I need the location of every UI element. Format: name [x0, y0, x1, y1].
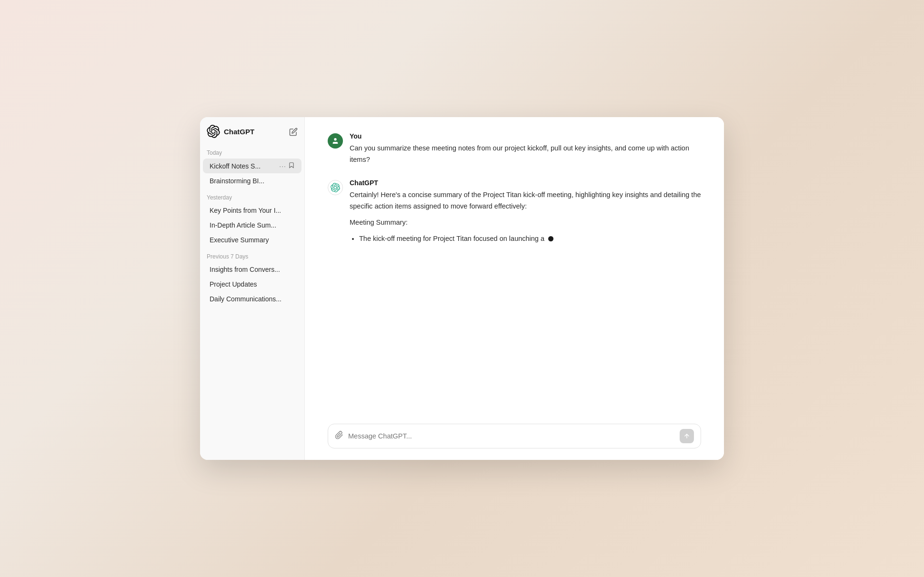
new-chat-button[interactable] — [288, 127, 298, 136]
sidebar-app-title: ChatGPT — [224, 128, 254, 136]
sidebar-section-today: Today Kickoff Notes S... ··· Brainstormi… — [200, 146, 304, 189]
bot-avatar — [328, 180, 343, 195]
attach-icon[interactable] — [335, 431, 343, 441]
bot-message-text: Certainly! Here's a concise summary of t… — [350, 189, 701, 245]
user-message-content: You Can you summarize these meeting note… — [350, 132, 701, 166]
sidebar-item-executive-label: Executive Summary — [210, 236, 295, 244]
sidebar: ChatGPT Today Kickoff Notes S... ··· — [200, 117, 305, 460]
sidebar-item-indepth-label: In-Depth Article Sum... — [210, 221, 295, 229]
user-avatar-icon — [331, 137, 339, 145]
sidebar-item-daily[interactable]: Daily Communications... — [203, 292, 301, 306]
sidebar-item-brainstorming[interactable]: Brainstorming BI... — [203, 174, 301, 188]
sidebar-section-yesterday: Yesterday Key Points from Your I... In-D… — [200, 190, 304, 248]
sidebar-item-insights-label: Insights from Convers... — [210, 266, 295, 273]
bullet-item: The kick-off meeting for Project Titan f… — [359, 233, 701, 245]
bot-name: ChatGPT — [350, 179, 701, 187]
message-input[interactable] — [348, 432, 675, 440]
loading-dot — [548, 236, 553, 241]
sidebar-item-insights[interactable]: Insights from Convers... — [203, 262, 301, 277]
edit-icon — [289, 128, 298, 136]
chat-area: You Can you summarize these meeting note… — [305, 117, 724, 418]
sidebar-item-keypoints[interactable]: Key Points from Your I... — [203, 203, 301, 218]
bot-message-content: ChatGPT Certainly! Here's a concise summ… — [350, 179, 701, 247]
chatgpt-logo-icon — [207, 125, 220, 138]
ellipsis-icon[interactable]: ··· — [279, 162, 286, 170]
sidebar-item-project[interactable]: Project Updates — [203, 277, 301, 291]
today-label: Today — [200, 146, 304, 158]
sidebar-item-project-label: Project Updates — [210, 280, 295, 288]
app-window: ChatGPT Today Kickoff Notes S... ··· — [200, 117, 724, 460]
main-content: You Can you summarize these meeting note… — [305, 117, 724, 460]
sidebar-header: ChatGPT — [200, 125, 304, 146]
sidebar-item-kickoff-actions: ··· — [279, 162, 295, 170]
sidebar-section-prev7: Previous 7 Days Insights from Convers...… — [200, 249, 304, 307]
sidebar-item-daily-label: Daily Communications... — [210, 295, 295, 303]
input-area — [305, 418, 724, 460]
sidebar-item-brainstorming-label: Brainstorming BI... — [210, 177, 295, 185]
yesterday-label: Yesterday — [200, 190, 304, 203]
prev7-label: Previous 7 Days — [200, 249, 304, 262]
bot-message-block: ChatGPT Certainly! Here's a concise summ… — [328, 179, 701, 247]
user-avatar — [328, 133, 343, 149]
send-button[interactable] — [680, 429, 694, 443]
sidebar-item-indepth[interactable]: In-Depth Article Sum... — [203, 218, 301, 232]
sidebar-item-executive[interactable]: Executive Summary — [203, 233, 301, 247]
user-message-block: You Can you summarize these meeting note… — [328, 132, 701, 166]
user-name: You — [350, 132, 701, 140]
send-icon — [683, 433, 690, 439]
sidebar-logo-area: ChatGPT — [207, 125, 254, 138]
sidebar-item-kickoff[interactable]: Kickoff Notes S... ··· — [203, 159, 301, 173]
bookmark-icon[interactable] — [288, 162, 295, 170]
chatgpt-avatar-icon — [331, 183, 340, 192]
sidebar-item-kickoff-label: Kickoff Notes S... — [210, 162, 279, 170]
user-message-text: Can you summarize these meeting notes fr… — [350, 143, 701, 166]
message-input-box[interactable] — [328, 424, 701, 448]
svg-point-0 — [334, 138, 336, 140]
sidebar-item-keypoints-label: Key Points from Your I... — [210, 207, 295, 214]
